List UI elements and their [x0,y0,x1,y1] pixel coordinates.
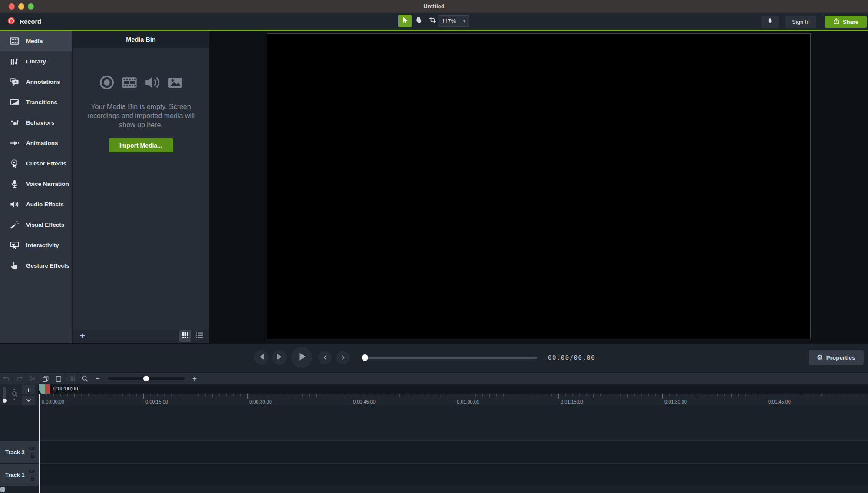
sidebar-item-interactivity[interactable]: Interactivity [0,235,72,255]
ruler-tick [482,394,483,397]
track-height-knob[interactable] [3,399,7,403]
ruler-tick [330,394,330,397]
ruler-tick [627,394,628,397]
undo-button[interactable] [0,373,13,385]
sidebar-item-cursor-effects[interactable]: Cursor Effects [0,153,72,174]
properties-button[interactable]: ⚙ Properties [809,350,864,365]
ruler-tick [372,394,372,397]
timeline-toolbar: − + [0,372,868,384]
ruler-tick [309,394,310,397]
track-1-header[interactable]: Track 1 [0,463,39,486]
sidebar-item-transitions[interactable]: Transitions [0,92,72,112]
sidebar-item-behaviors[interactable]: Behaviors [0,112,72,133]
eye-icon[interactable] [28,467,35,475]
ruler-tick [808,394,808,397]
sidebar-item-animations[interactable]: Animations [0,133,72,153]
ruler-tick [690,394,690,397]
ruler-tick [821,394,822,397]
eye-icon[interactable] [28,444,35,452]
sign-in-button[interactable]: Sign In [785,16,816,28]
ruler-tick [323,394,323,397]
cut-button[interactable] [26,373,39,385]
preview-canvas[interactable] [267,33,811,339]
media-bin-empty-state: Your Media Bin is empty. Screen recordin… [73,74,209,152]
paste-button[interactable] [52,373,65,385]
playhead-line[interactable] [39,394,40,493]
record-icon [7,17,16,27]
chevron-left-icon [323,354,328,362]
cursor-tool-button[interactable] [398,15,412,27]
zoom-fit-icon[interactable] [11,388,17,403]
scrubber-slider[interactable] [363,357,537,359]
record-button[interactable]: Record [7,15,41,28]
ruler-tick [863,394,863,397]
ruler-tick [773,394,773,397]
download-button[interactable] [761,16,779,28]
ruler-tick [842,394,842,397]
media-bin-panel: Media Bin Your Media Bin is empty. Scree… [72,31,209,343]
add-track-button[interactable]: + [22,385,35,394]
timeline-zoom-in-button[interactable]: + [188,373,201,385]
vertical-scrollbar-thumb[interactable] [0,487,5,492]
ruler-tick [835,394,835,397]
canvas-zoom-dropdown[interactable]: 117% ▾ [438,15,469,27]
copy-button[interactable] [39,373,52,385]
split-button[interactable] [65,373,78,385]
app-toolbar: Record 117% ▾ Sign In Share [0,13,868,31]
sidebar-item-visual-effects[interactable]: Visual Effects [0,215,72,235]
sidebar-item-library[interactable]: Library [0,51,72,72]
playhead-time: 0:00:00;00 [53,386,78,392]
ruler-tick [634,394,635,397]
timeline-ruler[interactable]: 0:00:00;00 0:00:15;00 0:00:30;00 0:00:45… [0,394,868,405]
list-view-button[interactable] [193,330,205,342]
sidebar-item-annotations[interactable]: a Annotations [0,72,72,92]
ruler-tick [219,394,220,397]
sidebar-item-media[interactable]: Media [0,31,72,51]
track-2-lane[interactable] [39,440,868,463]
track-1-lane[interactable] [39,463,868,486]
sidebar-item-gesture-effects[interactable]: Gesture Effects [0,255,72,276]
collapse-tracks-button[interactable] [22,396,35,405]
grid-view-button[interactable] [179,330,191,342]
jump-back-button[interactable] [318,351,332,364]
next-frame-button[interactable] [272,350,287,365]
ruler-tick [538,394,538,397]
lock-icon[interactable] [30,453,35,460]
import-media-button[interactable]: Import Media... [109,138,173,152]
sidebar: Media Library a Annotations Transitions … [0,31,72,343]
lock-icon[interactable] [30,475,35,483]
previous-frame-button[interactable] [254,350,269,365]
track-2-header[interactable]: Track 2 [0,440,39,463]
timeline-zoom-knob[interactable] [143,376,149,381]
cursor-icon [401,16,409,26]
timeline-zoom-out-button[interactable]: − [91,373,104,385]
jump-forward-button[interactable] [336,351,350,364]
ruler-tick [413,394,413,397]
ruler-tick [136,394,137,397]
playhead-in-flag[interactable] [39,384,45,394]
sidebar-item-audio-effects[interactable]: Audio Effects [0,194,72,215]
sidebar-item-voice-narration[interactable]: Voice Narration [0,174,72,194]
share-button[interactable]: Share [825,16,867,28]
play-button[interactable] [291,347,312,368]
track-height-slider[interactable] [3,387,6,403]
redo-button[interactable] [13,373,26,385]
share-icon [833,18,840,26]
ruler-label: 0:00:45;00 [353,399,376,404]
ruler-tick [254,394,254,397]
playhead-out-flag[interactable] [45,384,50,394]
playhead-flags[interactable] [39,384,50,394]
scrubber-knob[interactable] [362,354,368,361]
add-media-button[interactable]: + [77,330,88,341]
timeline-zoom-slider[interactable] [108,377,185,380]
ruler-tick [46,394,47,397]
ruler-tick [565,394,566,397]
minus-icon: − [96,374,100,383]
ruler-tick [143,394,144,399]
ruler-tick [856,394,856,397]
media-icon [9,36,20,46]
media-bin-empty-text: Your Media Bin is empty. Screen recordin… [83,102,199,129]
behaviors-icon [9,118,20,128]
pan-tool-button[interactable] [412,15,426,27]
undo-icon [3,375,10,383]
